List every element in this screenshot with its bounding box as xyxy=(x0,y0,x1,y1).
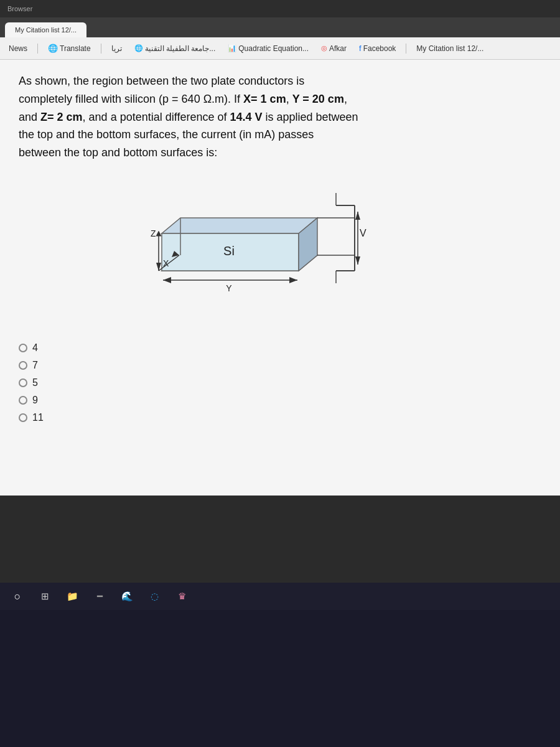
radio-5[interactable] xyxy=(19,378,27,387)
x-label: X xyxy=(163,258,169,268)
citation-label: My Citation list 12/... xyxy=(416,44,483,53)
si-text: Si xyxy=(223,244,235,258)
facebook-icon: f xyxy=(359,44,362,53)
svg-marker-10 xyxy=(163,277,171,283)
physics-diagram: Si Z X Y V xyxy=(124,174,436,324)
diagram-container: Si Z X Y V xyxy=(19,174,541,324)
arabic-site-btn[interactable]: 🌐 جامعة الطفيلة التقنية... xyxy=(132,43,218,54)
radio-9[interactable] xyxy=(19,396,27,405)
afkar-icon: ◎ xyxy=(321,44,327,52)
divider3 xyxy=(406,44,406,54)
question-line5: between the top and bottom surfaces is: xyxy=(19,144,541,162)
quadratic-label: Quadratic Equation... xyxy=(238,44,309,53)
option-5[interactable]: 5 xyxy=(19,377,541,388)
taskbar: ○ ⊞ 📁 ━ 🌊 ◌ ♛ xyxy=(0,583,560,610)
active-tab[interactable]: My Citation list 12/... xyxy=(5,22,86,37)
option-9-label: 9 xyxy=(32,395,38,406)
afkar-label: Afkar xyxy=(329,44,347,53)
arabic1-btn[interactable]: تريا xyxy=(109,43,124,54)
option-7-label: 7 xyxy=(32,360,38,371)
option-4-label: 4 xyxy=(32,342,38,354)
svg-marker-21 xyxy=(355,256,360,265)
citation-btn[interactable]: My Citation list 12/... xyxy=(414,43,486,54)
z-value: Z= 2 cm xyxy=(40,111,83,123)
toolbar: News 🌐 Translate تريا 🌐 جامعة الطفيلة ال… xyxy=(0,37,560,60)
svg-marker-1 xyxy=(162,218,317,233)
radio-4[interactable] xyxy=(19,344,27,352)
translate-btn[interactable]: 🌐 Translate xyxy=(45,42,93,54)
arabic-icon: 🌐 xyxy=(134,44,143,52)
radio-7[interactable] xyxy=(19,361,27,370)
option-9[interactable]: 9 xyxy=(19,395,541,406)
v-label: V xyxy=(360,228,366,238)
y-value: Y = 20 cm xyxy=(292,93,344,105)
answer-options: 4 7 5 9 11 xyxy=(19,342,541,423)
app-btn[interactable]: ♛ xyxy=(170,585,193,608)
facebook-label: Facebook xyxy=(363,44,396,53)
option-4[interactable]: 4 xyxy=(19,342,541,354)
start-button[interactable]: ○ xyxy=(6,585,29,608)
news-label: News xyxy=(9,44,27,53)
media-btn[interactable]: 🌊 xyxy=(116,585,138,608)
news-tab[interactable]: News xyxy=(6,43,30,54)
question-block: As shown, the region between the two pla… xyxy=(19,72,541,162)
y-label: Y xyxy=(226,283,232,293)
page-content: As shown, the region between the two pla… xyxy=(0,60,560,496)
question-line1: As shown, the region between the two pla… xyxy=(19,72,541,90)
vpn-btn[interactable]: ━ xyxy=(88,585,111,608)
z-label: Z xyxy=(151,228,156,238)
option-7[interactable]: 7 xyxy=(19,360,541,371)
option-11-label: 11 xyxy=(32,412,44,423)
afkar-btn[interactable]: ◎ Afkar xyxy=(319,43,349,54)
browser-btn[interactable]: ◌ xyxy=(143,585,166,608)
svg-marker-11 xyxy=(289,277,297,283)
task-view-btn[interactable]: ⊞ xyxy=(34,585,56,608)
translate-label: Translate xyxy=(60,44,91,53)
arabic1-label: تريا xyxy=(111,44,122,53)
divider2 xyxy=(101,44,101,54)
voltage-value: 14.4 V xyxy=(230,111,262,123)
quadratic-btn[interactable]: 📊 Quadratic Equation... xyxy=(225,43,311,54)
facebook-btn[interactable]: f Facebook xyxy=(357,42,398,54)
radio-11[interactable] xyxy=(19,413,27,422)
question-line4: the top and the bottom surfaces, the cur… xyxy=(19,126,541,144)
divider1 xyxy=(37,44,38,54)
quadratic-icon: 📊 xyxy=(228,44,236,52)
option-11[interactable]: 11 xyxy=(19,412,541,423)
question-line2: completely filled with silicon (p = 640 … xyxy=(19,90,541,108)
question-line3: and Z= 2 cm, and a potential difference … xyxy=(19,108,541,126)
bottom-area xyxy=(0,610,560,747)
translate-icon: 🌐 xyxy=(48,44,58,53)
option-5-label: 5 xyxy=(32,377,38,388)
arabic2-label: جامعة الطفيلة التقنية... xyxy=(145,44,216,53)
file-explorer-btn[interactable]: 📁 xyxy=(61,585,83,608)
window-title: Browser xyxy=(7,5,32,12)
x-value: X= 1 cm xyxy=(243,93,286,105)
svg-marker-20 xyxy=(355,212,360,220)
